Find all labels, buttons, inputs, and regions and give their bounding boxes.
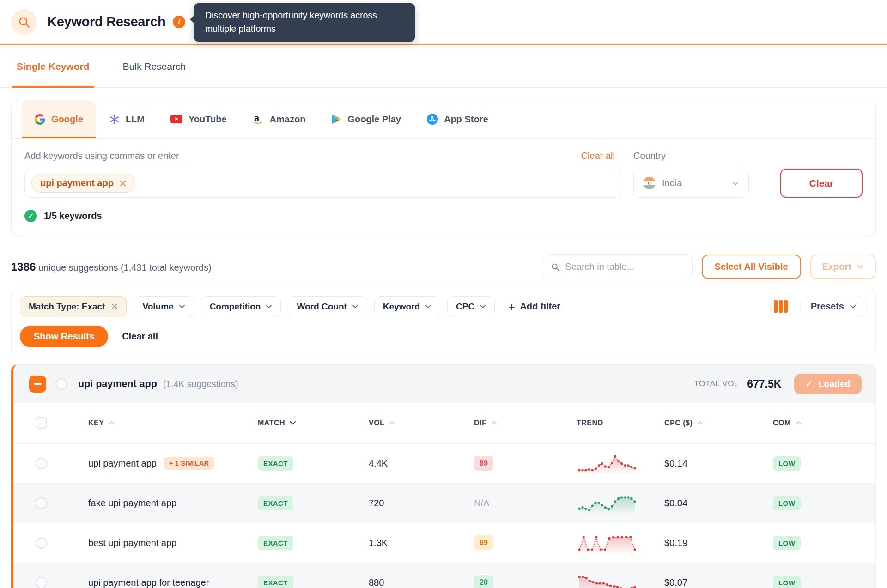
vol-value: 880	[369, 577, 384, 588]
sort-asc-icon	[389, 421, 395, 425]
close-icon[interactable]	[111, 303, 118, 310]
chevron-down-icon	[289, 421, 296, 425]
keyword-entry-card: Google LLM YouTube a Amazon Google Play …	[11, 100, 876, 236]
tab-single-keyword[interactable]: Single Keyword	[15, 45, 91, 87]
google-icon	[35, 114, 45, 125]
tab-bulk-research[interactable]: Bulk Research	[121, 45, 188, 87]
platform-tab-label: YouTube	[188, 114, 227, 125]
keywords-table: KEY MATCH VOL DIF TREND CPC ($) COM upi …	[13, 403, 875, 588]
dif-badge: 89	[474, 456, 493, 471]
chevron-down-icon	[179, 304, 185, 309]
add-filter-label: Add filter	[520, 301, 560, 312]
keyword-input[interactable]: upi payment app	[24, 169, 621, 198]
chevron-down-icon	[352, 304, 358, 309]
filter-dropdown-competition[interactable]: Competition	[201, 296, 281, 317]
column-header-key[interactable]: KEY	[88, 403, 258, 443]
similar-badge[interactable]: + 1 SIMILAR	[164, 457, 214, 470]
chevron-down-icon	[425, 304, 431, 309]
competition-badge: LOW	[773, 456, 801, 471]
group-checkbox[interactable]	[55, 378, 67, 390]
suggestions-count-suffix: unique suggestions	[38, 262, 118, 273]
clear-button[interactable]: Clear	[780, 169, 863, 198]
row-checkbox[interactable]	[36, 497, 47, 509]
row-checkbox[interactable]	[36, 577, 47, 588]
column-header-vol[interactable]: VOL	[369, 403, 474, 443]
country-label: Country	[633, 151, 749, 161]
search-icon	[551, 262, 560, 272]
filter-chip-match-type[interactable]: Match Type: Exact	[20, 296, 127, 317]
column-header-dif[interactable]: DIF	[474, 403, 577, 443]
clear-all-keywords-link[interactable]: Clear all	[581, 151, 615, 161]
keyword-cell: upi payment app for teenager	[88, 577, 209, 588]
info-icon[interactable]: i	[173, 16, 185, 28]
select-all-checkbox[interactable]	[36, 417, 47, 429]
country-value: India	[662, 178, 725, 188]
row-checkbox[interactable]	[36, 458, 47, 469]
search-icon	[18, 16, 30, 29]
table-header-row: KEY MATCH VOL DIF TREND CPC ($) COM	[13, 403, 875, 443]
app-store-icon	[427, 114, 438, 125]
vol-value: 4.4K	[369, 458, 388, 468]
minus-icon	[34, 383, 42, 385]
clear-all-filters-link[interactable]: Clear all	[122, 331, 158, 342]
google-play-icon	[331, 114, 341, 125]
close-icon[interactable]	[119, 180, 127, 187]
column-header-com[interactable]: COM	[773, 403, 875, 443]
keyword-cell: best upi payment app	[88, 538, 176, 548]
vol-value: 720	[369, 498, 384, 508]
competition-badge: LOW	[773, 576, 801, 588]
cpc-value: $0.19	[664, 538, 687, 548]
platform-tab-google-play[interactable]: Google Play	[318, 100, 414, 138]
trend-sparkline	[577, 531, 638, 555]
column-header-trend: TREND	[577, 403, 664, 443]
filter-chip-label: Match Type: Exact	[29, 302, 105, 312]
filter-dropdown-volume[interactable]: Volume	[134, 296, 194, 317]
keyword-input-section: Add keywords using commas or enter Clear…	[12, 139, 875, 236]
platform-tab-label: LLM	[126, 114, 145, 125]
show-results-button[interactable]: Show Results	[20, 326, 108, 347]
keyword-chip-label: upi payment app	[40, 178, 114, 188]
page-header: Keyword Research i Discover high-opportu…	[0, 0, 887, 44]
presets-button[interactable]: Presets	[800, 296, 867, 317]
dif-value: N/A	[474, 498, 489, 508]
sort-asc-icon	[491, 421, 498, 425]
plus-icon: +	[508, 301, 515, 313]
keyword-group-header: upi payment app (1.4K suggestions) TOTAL…	[13, 365, 875, 403]
group-indeterminate-checkbox[interactable]	[29, 376, 46, 393]
platform-tab-label: Amazon	[270, 114, 306, 125]
add-filter-button[interactable]: + Add filter	[508, 301, 560, 313]
chevron-down-icon	[732, 181, 739, 186]
platform-tab-youtube[interactable]: YouTube	[158, 100, 240, 138]
dif-badge: 20	[474, 575, 493, 588]
group-keyword: upi payment app	[78, 378, 157, 390]
platform-tab-label: App Store	[444, 114, 488, 125]
filter-dropdown-label: Keyword	[383, 302, 420, 312]
platform-tab-llm[interactable]: LLM	[96, 100, 158, 138]
select-all-visible-button[interactable]: Select All Visible	[702, 255, 801, 279]
export-button[interactable]: Export	[810, 255, 876, 279]
platform-tab-bar: Google LLM YouTube a Amazon Google Play …	[12, 100, 875, 139]
cpc-value: $0.14	[664, 458, 687, 468]
filter-dropdown-keyword[interactable]: Keyword	[374, 296, 440, 317]
filter-dropdown-word-count[interactable]: Word Count	[288, 296, 367, 317]
cpc-value: $0.04	[664, 498, 687, 508]
keyword-cell: upi payment app	[88, 458, 157, 469]
search-input[interactable]	[565, 261, 684, 272]
amazon-icon: a	[253, 113, 264, 125]
trend-sparkline	[577, 570, 638, 588]
filter-dropdown-cpc[interactable]: CPC	[447, 296, 495, 317]
columns-icon[interactable]	[774, 300, 788, 313]
row-checkbox[interactable]	[36, 537, 47, 549]
country-select[interactable]: India	[633, 169, 749, 198]
platform-tab-amazon[interactable]: a Amazon	[240, 100, 319, 138]
search-icon-badge	[11, 9, 37, 35]
platform-tab-app-store[interactable]: App Store	[414, 100, 501, 138]
sort-asc-icon	[108, 421, 115, 425]
suggestions-count-number: 1386	[11, 261, 36, 273]
platform-tab-google[interactable]: Google	[22, 100, 96, 138]
table-row: best upi payment app EXACT 1.3K 69 $0.19…	[13, 523, 875, 563]
column-header-match[interactable]: MATCH	[258, 403, 369, 443]
column-header-cpc[interactable]: CPC ($)	[664, 403, 773, 443]
filters-panel: Match Type: Exact Volume Competition Wor…	[11, 288, 876, 357]
check-icon: ✓	[24, 210, 37, 222]
